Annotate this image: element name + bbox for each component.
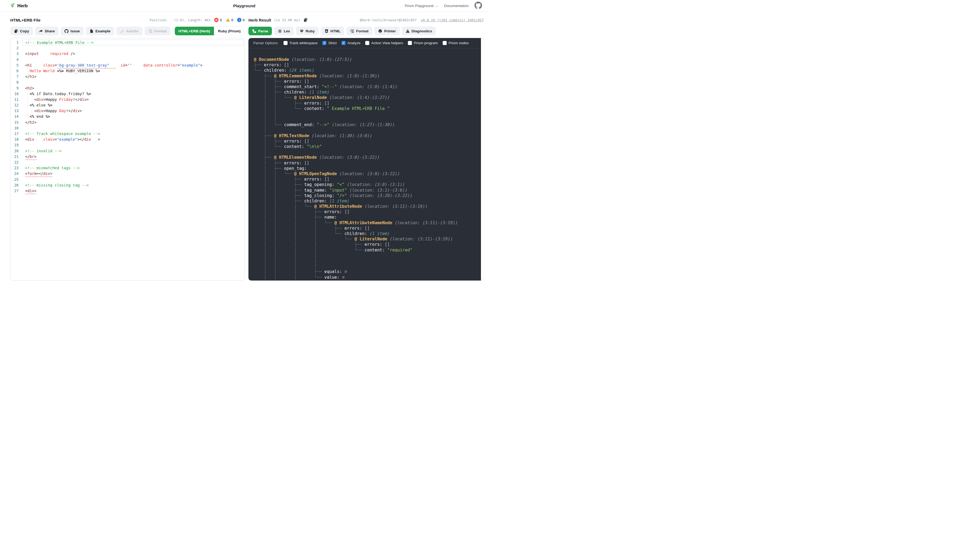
tree-line: ├── @ HTMLTextNode (location: (1:30)-(3:… xyxy=(254,133,483,138)
tree-line: │ │ │ │ xyxy=(254,258,483,263)
example-button[interactable]: Example xyxy=(86,27,114,35)
ruby-tab[interactable]: Ruby xyxy=(296,27,319,35)
option-prism-nodes[interactable]: Prism nodes xyxy=(443,41,469,45)
lex-tab[interactable]: Lex xyxy=(274,27,294,35)
toggle-ruby-prism[interactable]: Ruby (Prism) xyxy=(214,27,245,35)
tree-line: │ ├── open_tag: xyxy=(254,166,483,171)
option-prism-program[interactable]: Prism program xyxy=(408,41,438,45)
tree-line: │ ├── children: (1 item) xyxy=(254,90,483,95)
tree-line: │ │ │ └── @ HTMLAttributeNode (location:… xyxy=(254,204,483,209)
parse-tab[interactable]: Parse xyxy=(248,27,272,35)
share-button[interactable]: Share xyxy=(35,27,59,35)
info-count-badge: 0 xyxy=(237,18,245,22)
tree-line: ├── @ HTMLElementNode (location: (3:0)-(… xyxy=(254,155,483,160)
code-line: 16 xyxy=(10,125,244,131)
result-scrollbar[interactable] xyxy=(481,38,483,280)
tree-line: │ │ ├── children: (1 item) xyxy=(254,198,483,204)
nav-prism-playground[interactable]: Prism Playground → xyxy=(405,4,438,8)
tree-line: │ │ │ │ ├── errors: [] xyxy=(254,242,483,247)
github-issue-icon xyxy=(64,29,69,33)
version-link[interactable]: v0.8.10 (+183 commits) 2402c957 xyxy=(421,18,483,22)
tree-line: │ │ │ │ └── content: "required" xyxy=(254,247,483,253)
tree-line: │ xyxy=(254,127,483,133)
copy-icon xyxy=(303,18,308,22)
diagnostics-tab[interactable]: Diagnostics xyxy=(402,27,436,35)
parse-tree-icon xyxy=(252,29,256,33)
error-count-badge: 5 xyxy=(214,18,222,22)
option-action-view-helpers[interactable]: Action View helpers xyxy=(365,41,403,45)
parse-timing: (in 33.00 ms) xyxy=(274,18,300,22)
tree-line: │ │ │ │ └── @ LiteralNode (location: (3:… xyxy=(254,236,483,242)
code-editor[interactable]: 1<!-- Example HTML+ERB File -->23<input … xyxy=(10,38,245,280)
tree-line: │ │ │ │ └── children: (1 item) xyxy=(254,231,483,236)
left-pane-title: HTML+ERB File xyxy=(10,18,40,22)
code-line: 21</br> xyxy=(10,154,244,160)
printer-icon xyxy=(378,29,382,33)
code-line: 19 xyxy=(10,142,244,148)
code-line: 10 <% if Date.today.friday? %> xyxy=(10,91,244,97)
format-tab[interactable]: Format xyxy=(346,27,372,35)
ast-tree[interactable]: @ DocumentNode (location: (1:0)-(27:5))├… xyxy=(248,48,483,280)
tree-line: │ └── comment_end: "-->" (location: (1:2… xyxy=(254,122,483,127)
tree-line: │ ├── comment_start: "<!--" (location: (… xyxy=(254,84,483,90)
code-line: 17<!-- Track whitespace example --> xyxy=(10,131,244,137)
tree-line: │ │ └── @ LiteralNode (location: (1:4)-(… xyxy=(254,95,483,100)
tree-line: │ │ ├── errors: [] xyxy=(254,100,483,106)
copy-result-button[interactable] xyxy=(303,18,308,22)
tree-line: │ │ ├── tag_opening: "<" (location: (3:0… xyxy=(254,182,483,187)
checkbox-icon xyxy=(443,41,447,45)
tree-line: │ │ │ ├── errors: [] xyxy=(254,209,483,215)
html5-icon: 5 xyxy=(325,29,328,33)
build-info: @herb-tools/browser@2402c957 v0.8.10 (+1… xyxy=(348,14,483,26)
tree-line: │ │ ├── errors: [] xyxy=(254,177,483,182)
autofix-button[interactable]: Autofix xyxy=(116,27,142,35)
info-icon xyxy=(237,18,241,22)
option-strict[interactable]: Strict xyxy=(322,41,336,45)
html-tab[interactable]: 5 HTML xyxy=(321,27,345,35)
format-icon xyxy=(350,29,354,33)
tree-line: │ │ └── content: " Example HTML+ERB File… xyxy=(254,106,483,111)
tree-line: │ └── content: "\n\n" xyxy=(254,144,483,149)
file-icon xyxy=(90,29,94,33)
copy-button[interactable]: Copy xyxy=(10,27,33,35)
tree-line: │ │ xyxy=(254,117,483,122)
printer-tab[interactable]: Printer xyxy=(375,27,400,35)
code-line: 11 <div>Happy Friday!</div> xyxy=(10,97,244,102)
code-line: 4 xyxy=(10,57,244,63)
code-line: 7</h1> xyxy=(10,74,244,80)
code-line: 6 Hello World <%= RUBY_VERSION %> xyxy=(10,68,244,74)
github-link[interactable] xyxy=(475,2,482,10)
tree-line: │ │ │ │ └── @ HTMLAttributeNameNode (loc… xyxy=(254,220,483,225)
code-line: 9<h2> xyxy=(10,85,244,91)
code-line: 20<!-- invalid --> xyxy=(10,148,244,154)
tree-line: └── children: (24 items) xyxy=(254,68,483,73)
gem-icon xyxy=(299,29,304,33)
share-icon xyxy=(39,29,43,33)
list-icon xyxy=(278,29,282,33)
checkbox-icon xyxy=(283,41,288,45)
format-button-left[interactable]: Format xyxy=(145,27,171,35)
option-track-whitespace[interactable]: Track whitespace xyxy=(283,41,318,45)
tree-line: │ │ ├── tag_name: "input" (location: (3:… xyxy=(254,188,483,193)
code-line: 3<input required /> xyxy=(10,51,244,57)
error-icon xyxy=(214,18,219,22)
svg-text:5: 5 xyxy=(326,30,327,32)
tree-line: │ ├── errors: [] xyxy=(254,138,483,144)
code-line: 1<!-- Example HTML+ERB File --> xyxy=(10,40,244,45)
tree-line: │ │ │ ├── name: xyxy=(254,215,483,220)
tree-line: │ │ xyxy=(254,111,483,117)
github-icon xyxy=(475,2,482,9)
nav-documentation[interactable]: Documentation xyxy=(444,4,468,8)
toggle-htmlerb-herb[interactable]: HTML+ERB (Herb) xyxy=(175,27,214,35)
code-line: 15</h2> xyxy=(10,120,244,125)
code-line: 14 <% end %> xyxy=(10,114,244,119)
language-toggle: HTML+ERB (Herb) Ruby (Prism) xyxy=(175,27,245,35)
option-analyze[interactable]: Analyze xyxy=(341,41,360,45)
checkbox-icon xyxy=(341,41,346,45)
code-line: 27<div> xyxy=(10,188,244,194)
tree-line: │ │ │ │ xyxy=(254,263,483,269)
tree-line: │ │ └── @ HTMLOpenTagNode (location: (3:… xyxy=(254,171,483,177)
tree-line: │ │ │ ├── equals: ∅ xyxy=(254,269,483,274)
issue-button[interactable]: Issue xyxy=(61,27,84,35)
tree-line: ├── errors: [] xyxy=(254,62,483,68)
